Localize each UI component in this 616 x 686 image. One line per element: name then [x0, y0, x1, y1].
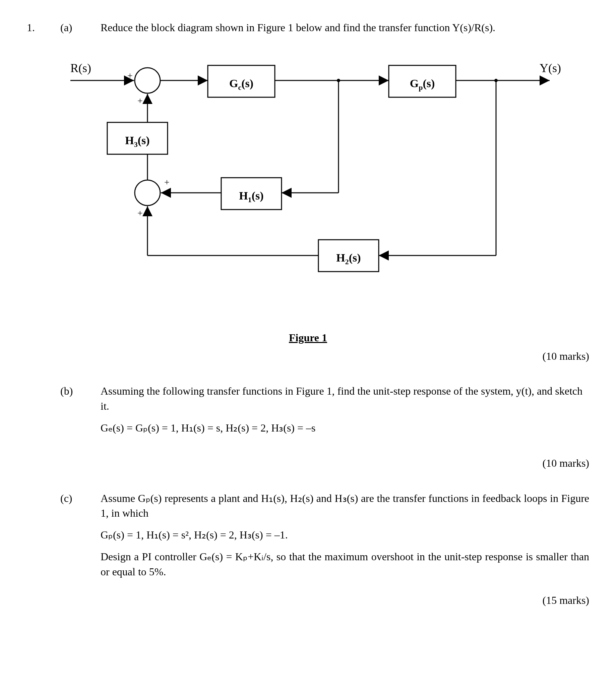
- block-gp: [389, 65, 456, 97]
- sum1-sign-bottom: +: [137, 95, 143, 106]
- part-a-row: 1. (a) Reduce the block diagram shown in…: [27, 20, 589, 35]
- block-gc-label: Gc(s): [229, 77, 254, 91]
- input-label: R(s): [70, 61, 91, 75]
- block-h2-label: H2(s): [336, 252, 360, 266]
- part-c-text2: Design a PI controller Gₑ(s) = Kₚ+Kᵢ/s, …: [101, 549, 589, 579]
- sum1-sign-top: +: [127, 70, 133, 81]
- figure-caption: Figure 1: [27, 330, 589, 345]
- part-b-marks: (10 marks): [27, 456, 589, 471]
- part-c-row: (c) Assume Gₚ(s) represents a plant and …: [27, 491, 589, 579]
- part-b-text: Assuming the following transfer function…: [101, 384, 589, 414]
- part-a-label: (a): [60, 20, 87, 35]
- figure-1-diagram: R(s) + + Gc(s) Gp(s) Y(s): [27, 49, 589, 324]
- part-b-label: (b): [60, 384, 87, 442]
- part-b-row: (b) Assuming the following transfer func…: [27, 384, 589, 442]
- sum2-sign-top: +: [164, 177, 170, 188]
- part-c-label: (c): [60, 491, 87, 579]
- page-content: 1. (a) Reduce the block diagram shown in…: [27, 20, 589, 607]
- block-h3-label: H3(s): [125, 134, 150, 149]
- part-b-equation: Gₑ(s) = Gₚ(s) = 1, H₁(s) = s, H₂(s) = 2,…: [101, 421, 589, 435]
- question-number: 1.: [27, 20, 47, 35]
- summing-junction-2: [135, 180, 160, 206]
- part-a-text: Reduce the block diagram shown in Figure…: [101, 20, 589, 35]
- part-c-marks: (15 marks): [27, 593, 589, 608]
- part-c-text: Assume Gₚ(s) represents a plant and H₁(s…: [101, 491, 589, 521]
- output-label: Y(s): [540, 61, 561, 75]
- sum2-sign-bottom: +: [137, 208, 143, 218]
- block-h1-label: H1(s): [239, 189, 263, 204]
- summing-junction-1: [135, 68, 160, 93]
- part-a-marks: (10 marks): [27, 349, 589, 364]
- part-c-equation: Gₚ(s) = 1, H₁(s) = s², H₂(s) = 2, H₃(s) …: [101, 528, 589, 542]
